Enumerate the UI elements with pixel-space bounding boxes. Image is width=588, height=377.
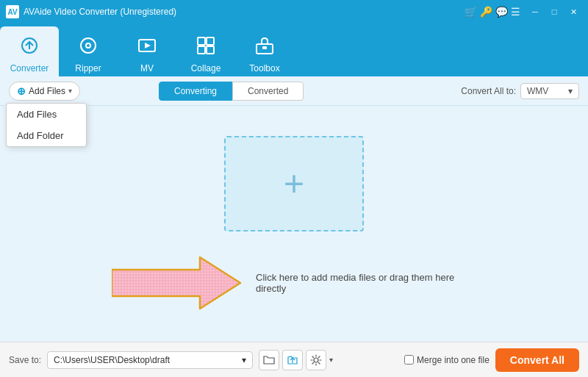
format-value: WMV xyxy=(527,86,548,96)
bottom-icons: ▾ xyxy=(259,350,333,370)
close-button[interactable]: ✕ xyxy=(564,4,582,19)
hint-arrow xyxy=(112,254,244,312)
svg-point-1 xyxy=(81,38,96,53)
tab-toolbox[interactable]: Toolbox xyxy=(235,26,294,76)
settings-dropdown-arrow[interactable]: ▾ xyxy=(329,356,333,364)
save-path-input[interactable]: C:\Users\USER\Desktop\draft ▾ xyxy=(47,351,253,369)
minimize-button[interactable]: ─ xyxy=(526,4,544,19)
settings-button[interactable] xyxy=(306,350,326,370)
ripper-icon xyxy=(78,35,98,60)
merge-checkbox-section: Merge into one file xyxy=(404,355,490,365)
svg-rect-6 xyxy=(198,46,205,54)
tab-collage-label: Collage xyxy=(191,63,221,73)
tab-ripper[interactable]: Ripper xyxy=(59,26,118,76)
add-files-dropdown-arrow: ▾ xyxy=(68,87,72,95)
window-controls: ─ □ ✕ xyxy=(526,4,582,19)
drop-zone-plus: + xyxy=(284,166,304,201)
svg-rect-5 xyxy=(207,37,214,45)
tab-mv[interactable]: MV xyxy=(118,26,176,76)
convert-all-to-label: Convert All to: xyxy=(461,86,516,96)
app-icon: AV xyxy=(6,5,19,18)
svg-point-15 xyxy=(314,358,318,362)
hint-area: Click here to add media files or drag th… xyxy=(112,254,476,312)
tab-collage[interactable]: Collage xyxy=(176,26,235,76)
mv-icon xyxy=(137,35,157,60)
open-folder-button[interactable] xyxy=(282,350,303,370)
toolbar: ⊕ Add Files ▾ Add Files Add Folder Conve… xyxy=(0,76,588,106)
nav-bar: Converter Ripper MV Collag xyxy=(0,24,588,76)
merge-checkbox[interactable] xyxy=(404,355,414,365)
svg-rect-7 xyxy=(207,46,214,54)
main-content: + Click here to add media files or drag … xyxy=(0,106,588,342)
add-files-label: Add Files xyxy=(29,86,65,96)
cart-icon[interactable]: 🛒 xyxy=(465,6,477,18)
converter-icon xyxy=(19,35,40,60)
format-select[interactable]: WMV ▾ xyxy=(520,83,579,99)
tab-mv-label: MV xyxy=(140,63,154,73)
title-bar: AV AVAide Video Converter (Unregistered)… xyxy=(0,0,588,24)
drop-zone[interactable]: + xyxy=(224,136,364,231)
tab-converter-label: Converter xyxy=(10,63,49,73)
tab-converting[interactable]: Converting xyxy=(159,82,232,101)
convert-all-to-section: Convert All to: WMV ▾ xyxy=(461,83,579,99)
save-path-dropdown-arrow: ▾ xyxy=(242,355,246,365)
dropdown-add-files[interactable]: Add Files xyxy=(7,104,86,125)
tab-converted[interactable]: Converted xyxy=(232,82,304,101)
merge-label[interactable]: Merge into one file xyxy=(417,355,490,365)
hint-text: Click here to add media files or drag th… xyxy=(256,272,476,294)
chat-icon[interactable]: 💬 xyxy=(495,6,508,18)
add-files-plus-icon: ⊕ xyxy=(17,85,26,97)
key-icon[interactable]: 🔑 xyxy=(480,6,492,18)
tab-switcher: Converting Converted xyxy=(159,82,304,101)
title-icons: 🛒 🔑 💬 ☰ xyxy=(465,6,520,18)
maximize-button[interactable]: □ xyxy=(545,4,563,19)
save-to-label: Save to: xyxy=(9,355,41,365)
svg-point-2 xyxy=(86,43,90,48)
tab-ripper-label: Ripper xyxy=(75,63,101,73)
convert-all-button[interactable]: Convert All xyxy=(495,348,579,372)
menu-icon[interactable]: ☰ xyxy=(511,6,520,18)
svg-rect-9 xyxy=(262,46,267,49)
svg-marker-13 xyxy=(112,257,240,309)
add-files-dropdown: Add Files Add Folder xyxy=(6,103,87,147)
add-files-button[interactable]: ⊕ Add Files ▾ xyxy=(9,82,80,101)
tab-converter[interactable]: Converter xyxy=(0,26,59,76)
toolbox-icon xyxy=(254,35,275,60)
svg-rect-4 xyxy=(198,37,205,45)
app-title: AVAide Video Converter (Unregistered) xyxy=(24,7,465,17)
format-dropdown-arrow: ▾ xyxy=(568,86,573,96)
collage-icon xyxy=(196,35,216,60)
save-path-value: C:\Users\USER\Desktop\draft xyxy=(54,355,170,365)
folder-browse-button[interactable] xyxy=(259,350,279,370)
tab-toolbox-label: Toolbox xyxy=(249,63,279,73)
bottom-bar: Save to: C:\Users\USER\Desktop\draft ▾ ▾ xyxy=(0,342,588,377)
dropdown-add-folder[interactable]: Add Folder xyxy=(7,125,86,146)
